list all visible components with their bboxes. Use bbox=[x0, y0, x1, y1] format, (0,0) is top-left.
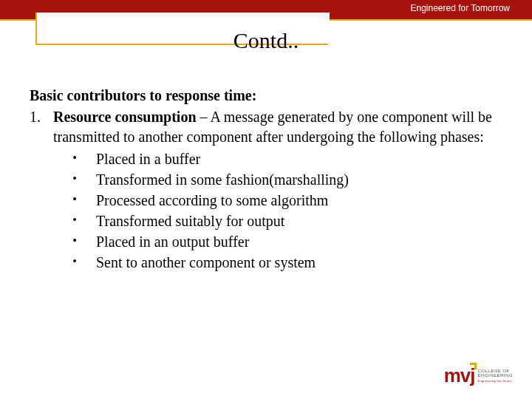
content-block: Basic contributors to response time: 1. … bbox=[30, 86, 502, 273]
numbered-item: 1. Resource consumption – A message gene… bbox=[30, 107, 502, 273]
item-lead: Resource consumption bbox=[53, 109, 197, 125]
list-item: •Transformed suitably for output bbox=[53, 211, 502, 231]
logo-sub: Engineering the future bbox=[477, 379, 511, 383]
item-text: Resource consumption – A message generat… bbox=[53, 109, 492, 145]
slide-title: Contd.. bbox=[0, 28, 532, 53]
bullet-icon: • bbox=[53, 149, 96, 166]
bullet-icon: • bbox=[53, 190, 96, 208]
item-number: 1. bbox=[30, 107, 53, 273]
intro-line: Basic contributors to response time: bbox=[30, 86, 502, 106]
bullet-icon: • bbox=[53, 231, 96, 249]
footer-logo: mvj COLLEGE OF ENGINEERING Engineering t… bbox=[444, 364, 513, 387]
list-item: •Processed according to some algorithm bbox=[53, 190, 502, 211]
bullet-icon: • bbox=[53, 211, 96, 228]
logo-line1: COLLEGE OF bbox=[477, 369, 509, 373]
bullet-text: Placed in an output buffer bbox=[96, 231, 502, 252]
bullet-icon: • bbox=[53, 252, 96, 270]
header-tagline: Engineered for Tomorrow bbox=[410, 3, 510, 13]
bullet-text: Sent to another component or system bbox=[96, 252, 502, 273]
item-body: Resource consumption – A message generat… bbox=[53, 107, 502, 273]
bullet-text: Transformed in some fashion(marshalling) bbox=[96, 169, 502, 190]
bullet-text: Placed in a buffer bbox=[96, 149, 502, 169]
list-item: •Sent to another component or system bbox=[53, 252, 502, 273]
logo-line2: ENGINEERING bbox=[477, 373, 513, 378]
list-item: •Placed in an output buffer bbox=[53, 231, 502, 252]
list-item: •Transformed in some fashion(marshalling… bbox=[53, 169, 502, 190]
bullet-text: Processed according to some algorithm bbox=[96, 190, 502, 211]
bullet-icon: • bbox=[53, 169, 96, 187]
logo-mark: mvj bbox=[444, 364, 475, 387]
bullet-list: •Placed in a buffer •Transformed in some… bbox=[53, 149, 502, 273]
logo-text: COLLEGE OF ENGINEERING Engineering the f… bbox=[477, 369, 513, 383]
bullet-text: Transformed suitably for output bbox=[96, 211, 502, 231]
list-item: •Placed in a buffer bbox=[53, 149, 502, 169]
